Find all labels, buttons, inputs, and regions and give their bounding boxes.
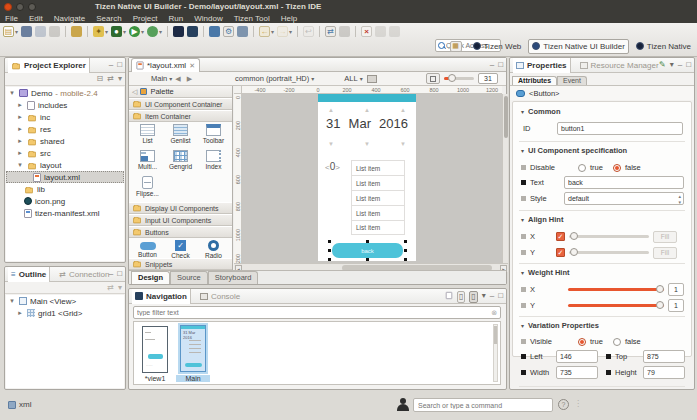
layers-icon[interactable]	[367, 75, 377, 83]
new-view-icon[interactable]	[445, 291, 453, 303]
tree-item-layout[interactable]: ▾ layout	[6, 159, 124, 171]
minimize-panel-icon[interactable]: –	[490, 291, 494, 303]
selection-handle[interactable]	[366, 240, 369, 243]
view-menu-icon[interactable]: ▾	[482, 291, 486, 303]
profile-dropdown-icon[interactable]: ▾	[159, 28, 162, 35]
tab-outline[interactable]: ≡ Outline	[8, 267, 50, 282]
palette-item-flipselector[interactable]: Flipse...	[131, 176, 164, 202]
zoom-value-input[interactable]	[478, 73, 498, 84]
date-day[interactable]: 31	[326, 116, 340, 131]
list-item[interactable]: List item	[351, 175, 405, 190]
forward-dropdown-icon[interactable]: ▾	[289, 28, 292, 35]
collapse-arrow-icon[interactable]: ▸	[16, 149, 24, 157]
minimize-panel-icon[interactable]: –	[109, 269, 113, 279]
up-arrow-icon[interactable]: ▲	[328, 107, 334, 113]
window-close-button[interactable]	[4, 3, 12, 11]
selection-handle[interactable]	[404, 258, 407, 261]
maximize-panel-icon[interactable]: □	[686, 60, 691, 70]
tree-item-demo[interactable]: ▾ Demo - mobile-2.4	[6, 87, 124, 99]
tab-design[interactable]: Design	[131, 271, 170, 284]
menu-project[interactable]: Project	[133, 14, 158, 23]
collapse-arrow-icon[interactable]: ▸	[16, 125, 24, 133]
style-select[interactable]: default ▴▾	[564, 192, 684, 205]
close-tab-icon[interactable]: ✕	[189, 62, 195, 70]
menu-file[interactable]: File	[5, 14, 18, 23]
datetime-widget[interactable]: 31 Mar 2016	[318, 116, 416, 131]
selection-handle[interactable]	[328, 240, 331, 243]
run-dropdown-icon[interactable]: ▾	[141, 28, 144, 35]
outline-link-icon[interactable]: ⇄	[107, 283, 114, 293]
tree-item-includes[interactable]: ▸ includes	[6, 99, 124, 111]
weight-y-slider[interactable]	[568, 304, 664, 307]
collapse-arrow-icon[interactable]: ▸	[16, 113, 24, 121]
selection-handle[interactable]	[404, 249, 407, 252]
left-input[interactable]	[556, 350, 598, 363]
detail-view-icon[interactable]: ▯	[469, 291, 477, 303]
tree-item-inc[interactable]: ▸ inc	[6, 111, 124, 123]
list-item[interactable]: List item	[351, 160, 405, 175]
print-icon[interactable]	[49, 26, 60, 37]
phone-view[interactable]: ▲ ▲ ▲ 31 Mar 2016 ▼ ▼ ▼ <0>	[318, 94, 416, 261]
date-year[interactable]: 2016	[379, 116, 408, 131]
align-y-slider[interactable]	[569, 251, 649, 254]
command-search-box[interactable]	[413, 398, 553, 412]
minimize-panel-icon[interactable]: –	[109, 60, 113, 70]
back-icon[interactable]: ←	[259, 26, 270, 37]
clear-filter-icon[interactable]: ⊗	[491, 309, 497, 317]
section-align-hint[interactable]: ▾ Align Hint	[521, 215, 563, 224]
visible-true-radio[interactable]	[578, 338, 586, 346]
collapse-arrow-icon[interactable]: ▸	[16, 101, 24, 109]
subtab-event[interactable]: Event	[557, 76, 587, 85]
save-icon[interactable]	[21, 26, 32, 37]
view1-thumbnail[interactable]: ·····	[142, 326, 168, 373]
selection-handle[interactable]	[328, 249, 331, 252]
minimize-editor-icon[interactable]: –	[490, 60, 494, 70]
list-widget[interactable]: List item List item List item List item …	[351, 160, 405, 235]
tree-item-lib[interactable]: lib	[6, 183, 124, 195]
number-spinner-widget[interactable]: <0>	[325, 161, 340, 172]
annotation-icon[interactable]	[339, 26, 350, 37]
view-menu-icon[interactable]: ▾	[118, 283, 122, 293]
pin-icon[interactable]: ✎	[659, 60, 666, 70]
width-input[interactable]	[556, 366, 598, 379]
selection-handle[interactable]	[404, 240, 407, 243]
menu-run[interactable]: Run	[169, 14, 184, 23]
menu-edit[interactable]: Edit	[29, 14, 43, 23]
maximize-editor-icon[interactable]: □	[498, 60, 503, 70]
top-input[interactable]	[643, 350, 685, 363]
palette-item-genlist[interactable]: Genlist	[164, 124, 197, 150]
expand-arrow-icon[interactable]: ▾	[16, 161, 24, 169]
up-arrow-icon[interactable]: ▲	[364, 107, 370, 113]
tab-resource-manager[interactable]: Resource Manager	[577, 58, 662, 73]
profile-icon[interactable]	[147, 26, 158, 37]
align-x-slider[interactable]	[569, 235, 649, 238]
weight-x-slider[interactable]	[568, 288, 664, 291]
last-edit-icon[interactable]: ↩	[303, 26, 314, 37]
clear-console-icon[interactable]	[375, 26, 386, 37]
next-view-icon[interactable]: ▶	[187, 75, 192, 83]
minimize-panel-icon[interactable]: –	[678, 60, 682, 70]
tree-item-res[interactable]: ▸ res	[6, 123, 124, 135]
new-dropdown-icon[interactable]: ▾	[15, 28, 18, 35]
outline-item-grid1[interactable]: ▸ grid1 <Grid>	[6, 307, 124, 319]
tab-navigation[interactable]: Navigation	[132, 289, 191, 304]
relaunch-icon[interactable]	[389, 26, 400, 37]
view-menu-icon[interactable]: ▾	[670, 60, 674, 70]
section-weight-hint[interactable]: ▾ Weight Hint	[521, 268, 570, 277]
command-search-input[interactable]	[418, 402, 548, 409]
palette-section-snippets[interactable]: Snippets	[129, 258, 232, 270]
section-collapse-icon[interactable]: ▾	[521, 108, 524, 115]
perspective-tizen-native[interactable]: Tizen Native	[633, 40, 694, 53]
tab-project-explorer[interactable]: Project Explorer	[8, 58, 90, 73]
preferences-gear-icon[interactable]: ⚙	[223, 26, 234, 37]
tree-item-layout-xml[interactable]: layout.xml	[6, 171, 124, 183]
terminate-icon[interactable]: ×	[361, 26, 372, 37]
section-ui-component[interactable]: ▾ UI Component specification	[521, 146, 627, 155]
weight-x-input[interactable]	[668, 283, 684, 296]
maximize-panel-icon[interactable]: □	[117, 60, 122, 70]
perspective-tizen-web[interactable]: Tizen Web	[470, 40, 525, 53]
tab-connection[interactable]: ⇄ Connection	[56, 267, 112, 282]
window-minimize-button[interactable]	[16, 3, 24, 11]
visible-false-radio[interactable]	[613, 338, 621, 346]
view-select[interactable]: Main ▾	[151, 74, 172, 83]
